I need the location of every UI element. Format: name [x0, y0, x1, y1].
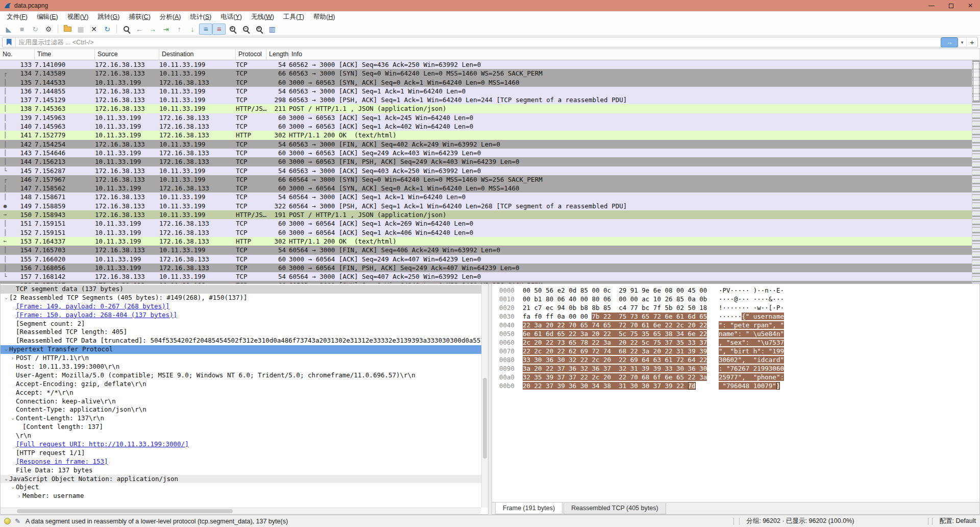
hex-row-0020[interactable]: 002021 c7 ec 94 0b b8 8b 85 c4 77 bc 7f … [499, 303, 979, 312]
column-header-no[interactable]: No. [0, 49, 35, 60]
packet-row-150[interactable]: →1507.158943172.16.38.13310.11.33.199HTT… [0, 210, 980, 219]
packet-row-145[interactable]: └1457.156287172.16.38.13310.11.33.199TCP… [0, 166, 980, 175]
capture-options-icon[interactable]: ⚙ [42, 23, 55, 35]
menu-item-3[interactable]: 跳转(G) [93, 12, 124, 22]
detail-line-9[interactable]: Host: 10.11.33.199:3000\r\n [1, 363, 488, 371]
detail-horizontal-scrollbar[interactable] [1, 508, 481, 514]
detail-line-23[interactable]: ›Object [1, 483, 488, 492]
detail-line-21[interactable]: File Data: 137 bytes [1, 466, 488, 475]
reload-file-icon[interactable]: ↻ [101, 23, 114, 35]
go-back-icon[interactable]: ← [133, 23, 146, 35]
detail-line-10[interactable]: User-Agent: Mozilla/5.0 (compatible; MSI… [1, 371, 488, 380]
detail-line-24[interactable]: ›Member: username [1, 492, 488, 500]
hex-row-0030[interactable]: 0030fa f0 ff 0a 00 00 7b 22 75 73 65 72 … [499, 312, 979, 321]
bytes-tab-0[interactable]: Frame (191 bytes) [495, 502, 562, 514]
packet-row-134[interactable]: ┌1347.143589172.16.38.13310.11.33.199TCP… [0, 69, 980, 78]
expander-icon[interactable]: › [8, 416, 17, 422]
expert-info-icon[interactable] [4, 518, 11, 524]
packet-row-152[interactable]: │1527.15915110.11.33.199172.16.38.133TCP… [0, 228, 980, 237]
expander-icon[interactable]: › [8, 485, 17, 491]
hex-row-00a0[interactable]: 00a032 35 39 37 37 22 2c 20 22 70 68 6f … [499, 373, 979, 381]
packet-row-146[interactable]: ┌1467.157967172.16.38.13310.11.33.199TCP… [0, 175, 980, 184]
expander-icon[interactable]: › [2, 476, 10, 483]
minimize-button[interactable]: — [922, 0, 941, 11]
menu-item-1[interactable]: 编辑(E) [32, 12, 63, 22]
stop-capture-icon[interactable]: ■ [15, 23, 29, 35]
detail-line-19[interactable]: [HTTP request 1/1] [1, 449, 488, 458]
expander-icon[interactable]: › [16, 492, 22, 500]
go-to-bottom-icon[interactable]: ↓ [186, 23, 199, 35]
detail-line-17[interactable]: \r\n [1, 432, 488, 440]
packet-row-133[interactable]: 1337.141090172.16.38.13310.11.33.199TCP5… [0, 60, 980, 69]
hex-row-0090[interactable]: 00903a 20 22 37 36 32 36 37 32 31 39 39 … [499, 364, 979, 373]
zoom-in-icon[interactable]: + [226, 23, 239, 35]
packet-row-153[interactable]: ←1537.16433710.11.33.199172.16.38.133HTT… [0, 237, 980, 246]
save-file-icon[interactable]: ▦ [74, 23, 87, 35]
column-header-info[interactable]: Info [289, 49, 980, 60]
close-button[interactable]: ✕ [961, 0, 980, 11]
auto-scroll-icon[interactable]: ≡ [199, 23, 212, 35]
packet-row-157[interactable]: └1577.168142172.16.38.13310.11.33.199TCP… [0, 272, 980, 281]
maximize-button[interactable] [941, 0, 961, 11]
packet-row-135[interactable]: │1357.14453310.11.33.199172.16.38.133TCP… [0, 78, 980, 87]
column-header-proto[interactable]: Protocol [236, 49, 266, 60]
hex-row-0080[interactable]: 008033 30 36 30 32 22 2c 20 22 69 64 63 … [499, 355, 979, 364]
colorize-icon[interactable]: ≡ [212, 23, 226, 35]
hex-row-0070[interactable]: 007022 2c 20 22 62 69 72 74 68 22 3a 20 … [499, 347, 979, 355]
apply-filter-button[interactable]: → [941, 37, 958, 47]
packet-row-148[interactable]: │1487.158671172.16.38.13310.11.33.199TCP… [0, 193, 980, 201]
packet-list-scrollbar[interactable] [972, 60, 980, 283]
detail-vscroll-thumb[interactable] [483, 378, 487, 459]
column-header-len[interactable]: Length [266, 49, 289, 60]
detail-line-15[interactable]: ›Content-Length: 137\r\n [1, 414, 488, 423]
packet-row-156[interactable]: │1567.16805610.11.33.199172.16.38.133TCP… [0, 264, 980, 272]
menu-item-9[interactable]: 工具(T) [279, 12, 309, 22]
packet-row-139[interactable]: │1397.14596310.11.33.199172.16.38.133TCP… [0, 113, 980, 122]
detail-line-11[interactable]: Accept-Encoding: gzip, deflate\r\n [1, 380, 488, 389]
packet-row-154[interactable]: │1547.165703172.16.38.13310.11.33.199TCP… [0, 246, 980, 254]
menu-item-7[interactable]: 电话(Y) [216, 12, 247, 22]
hex-row-00b0[interactable]: 00b020 22 37 39 36 30 34 38 31 30 30 37 … [499, 381, 979, 390]
go-forward-icon[interactable]: → [146, 23, 159, 35]
packet-row-137[interactable]: │1377.145129172.16.38.13310.11.33.199TCP… [0, 95, 980, 104]
detail-line-18[interactable]: [Full request URI: http://10.11.33.199:3… [1, 440, 488, 449]
detail-vertical-scrollbar[interactable] [481, 284, 488, 508]
detail-line-16[interactable]: [Content length: 137] [1, 423, 488, 432]
detail-line-14[interactable]: Content-Type: application/json\r\n [1, 405, 488, 414]
open-file-icon[interactable] [61, 23, 74, 35]
hex-row-0050[interactable]: 00506e 61 6d 65 22 3a 20 22 5c 75 35 65 … [499, 329, 979, 338]
menu-item-10[interactable]: 帮助(H) [309, 12, 339, 22]
close-file-icon[interactable]: ✕ [87, 23, 101, 35]
column-header-src[interactable]: Source [95, 49, 159, 60]
detail-line-7[interactable]: ›Hypertext Transfer Protocol [1, 345, 488, 354]
packet-row-141[interactable]: │1417.15277910.11.33.199172.16.38.133HTT… [0, 131, 980, 139]
add-filter-button[interactable]: + [966, 37, 977, 47]
expander-icon[interactable]: › [2, 295, 10, 302]
capture-comment-icon[interactable]: ✎ [15, 517, 20, 525]
filter-dropdown-caret[interactable]: ▾ [958, 37, 966, 47]
menu-item-4[interactable]: 捕获(C) [124, 12, 155, 22]
detail-line-2[interactable]: [Frame: 149, payload: 0-267 (268 bytes)] [1, 302, 488, 311]
packet-row-142[interactable]: │1427.154254172.16.38.13310.11.33.199TCP… [0, 140, 980, 149]
packet-row-149[interactable]: ●1497.158859172.16.38.13310.11.33.199TCP… [0, 202, 980, 210]
filter-bookmark-button[interactable] [3, 37, 16, 47]
detail-line-3[interactable]: [Frame: 150, payload: 268-404 (137 bytes… [1, 311, 488, 320]
resize-columns-icon[interactable]: ▥ [265, 23, 279, 35]
packet-row-151[interactable]: │1517.15915110.11.33.199172.16.38.133TCP… [0, 219, 980, 228]
hex-row-0060[interactable]: 00602c 20 22 73 65 78 22 3a 20 22 5c 75 … [499, 338, 979, 347]
detail-line-12[interactable]: Accept: */*\r\n [1, 389, 488, 397]
packet-row-140[interactable]: │1407.14596310.11.33.199172.16.38.133TCP… [0, 122, 980, 131]
start-capture-icon[interactable]: ◣ [2, 23, 15, 35]
packet-row-144[interactable]: │1447.15621310.11.33.199172.16.38.133TCP… [0, 157, 980, 166]
expander-icon[interactable]: › [9, 354, 16, 363]
find-packet-icon[interactable] [119, 23, 133, 35]
go-to-top-icon[interactable]: ↑ [173, 23, 186, 35]
display-filter-input[interactable] [16, 39, 941, 46]
hex-row-0010[interactable]: 001000 b1 80 06 40 00 80 06 00 00 ac 10 … [499, 295, 979, 303]
packet-row-155[interactable]: │1557.16602010.11.33.199172.16.38.133TCP… [0, 255, 980, 264]
expander-icon[interactable]: › [2, 347, 10, 353]
detail-line-5[interactable]: [Reassembled TCP length: 405] [1, 328, 488, 337]
detail-line-13[interactable]: Connection: keep-alive\r\n [1, 397, 488, 406]
detail-line-22[interactable]: ›JavaScript Object Notation: application… [1, 475, 488, 484]
menu-item-6[interactable]: 统计(S) [186, 12, 216, 22]
